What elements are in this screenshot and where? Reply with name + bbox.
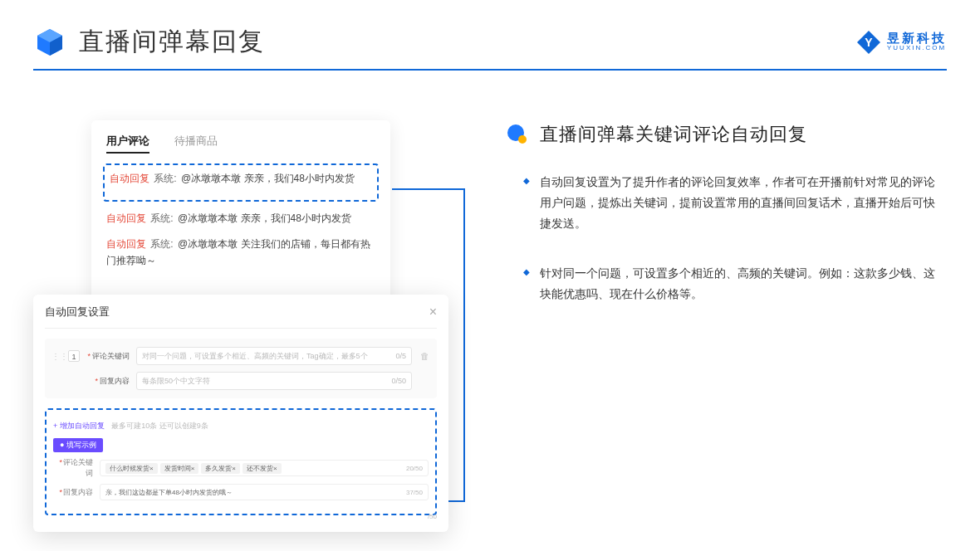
example-content-text: 亲，我们这边都是下单48小时内发货的哦～ <box>105 488 233 497</box>
bottom-counter: /50 <box>428 513 437 520</box>
tag: 什么时候发货× <box>105 463 158 474</box>
form-row-content: *回复内容 每条限50个中文字符 0/50 <box>51 372 430 390</box>
example-badge: ● 填写示例 <box>53 438 103 452</box>
page-title: 直播间弹幕回复 <box>79 25 265 59</box>
comment-text: @冰墩墩本墩 亲亲，我们48小时内发货 <box>181 173 355 184</box>
modal-header: 自动回复设置 × <box>45 305 437 329</box>
tab-user-comments[interactable]: 用户评论 <box>106 134 149 154</box>
brand-url: YUUXIN.COM <box>887 45 947 52</box>
form-block: ⋮⋮ 1 *评论关键词 对同一个问题，可设置多个相近、高频的关键词，Tag确定，… <box>45 339 437 398</box>
bullet-list: 自动回复设置为了提升作者的评论回复效率，作者可在开播前针对常见的评论用户问题，提… <box>507 172 947 305</box>
delete-icon[interactable]: 🗑 <box>419 351 430 361</box>
row-number: 1 <box>68 350 80 362</box>
modal-title: 自动回复设置 <box>45 305 110 319</box>
comment-line: 自动回复 系统: @冰墩墩本墩 亲亲，我们48小时内发货 <box>110 170 372 187</box>
tag-counter: 37/50 <box>406 489 423 496</box>
label-content: *回复内容 <box>86 376 130 387</box>
comment-tabs: 用户评论 待播商品 <box>106 134 375 154</box>
system-tag: 系统: <box>150 238 173 250</box>
section-title: 直播间弹幕关键词评论自动回复 <box>540 122 807 147</box>
add-hint: 最多可建10条 还可以创建9条 <box>111 422 208 430</box>
bullet-item: 针对同一个问题，可设置多个相近的、高频的关键词。例如：这款多少钱、这块能优惠吗、… <box>540 263 947 305</box>
svg-text:Y: Y <box>865 36 873 49</box>
bullet-item: 自动回复设置为了提升作者的评论回复效率，作者可在开播前针对常见的评论用户问题，提… <box>540 172 947 235</box>
keyword-input[interactable]: 对同一个问题，可设置多个相近、高频的关键词，Tag确定，最多5个 0/5 <box>136 347 412 365</box>
ex-label-content: *回复内容 <box>53 487 93 498</box>
example-content-box: 亲，我们这边都是下单48小时内发货的哦～ 37/50 <box>100 484 429 500</box>
tab-pending-products[interactable]: 待播商品 <box>174 134 218 154</box>
comment-line: 自动回复 系统: @冰墩墩本墩 关注我们的店铺，每日都有热门推荐呦～ <box>106 236 375 270</box>
tag: 多久发货× <box>201 463 240 474</box>
svg-point-6 <box>518 135 527 144</box>
description-section: 直播间弹幕关键词评论自动回复 自动回复设置为了提升作者的评论回复效率，作者可在开… <box>507 112 947 353</box>
example-row-keyword: *评论关键词 什么时候发货× 发货时间× 多久发货× 还不发货× 20/50 <box>53 457 429 479</box>
brand-logo-icon: Y <box>855 29 882 56</box>
auto-reply-tag: 自动回复 <box>110 173 149 184</box>
page-header: 直播间弹幕回复 Y 昱新科技 YUUXIN.COM <box>0 0 980 59</box>
example-keyword-tags: 什么时候发货× 发货时间× 多久发货× 还不发货× 20/50 <box>100 460 429 476</box>
system-tag: 系统: <box>154 173 176 184</box>
auto-reply-tag: 自动回复 <box>106 238 146 250</box>
brand-name: 昱新科技 <box>887 32 947 46</box>
section-head: 直播间弹幕关键词评论自动回复 <box>507 122 947 147</box>
brand-logo: Y 昱新科技 YUUXIN.COM <box>855 29 947 56</box>
highlight-box-bottom: + 增加自动回复 最多可建10条 还可以创建9条 ● 填写示例 *评论关键词 什… <box>45 408 437 515</box>
comment-line: 自动回复 系统: @冰墩墩本墩 亲亲，我们48小时内发货 <box>106 210 375 227</box>
tag: 发货时间× <box>160 463 199 474</box>
form-row-keyword: ⋮⋮ 1 *评论关键词 对同一个问题，可设置多个相近、高频的关键词，Tag确定，… <box>51 347 430 365</box>
content-input[interactable]: 每条限50个中文字符 0/50 <box>136 372 412 390</box>
screenshot-area: 用户评论 待播商品 自动回复 系统: @冰墩墩本墩 亲亲，我们48小时内发货 自… <box>33 112 448 353</box>
comment-text: @冰墩墩本墩 亲亲，我们48小时内发货 <box>178 212 351 224</box>
example-row-content: *回复内容 亲，我们这边都是下单48小时内发货的哦～ 37/50 <box>53 484 429 500</box>
highlight-box-top: 自动回复 系统: @冰墩墩本墩 亲亲，我们48小时内发货 <box>103 163 379 202</box>
auto-reply-tag: 自动回复 <box>106 212 146 224</box>
ex-label-keyword: *评论关键词 <box>53 457 93 479</box>
chat-bubble-icon <box>507 124 528 145</box>
auto-reply-settings-modal: 自动回复设置 × ⋮⋮ 1 *评论关键词 对同一个问题，可设置多个相近、高频的关… <box>33 295 448 532</box>
add-auto-reply-button[interactable]: + 增加自动回复 <box>53 422 105 430</box>
tag: 还不发货× <box>243 463 282 474</box>
tag-counter: 20/50 <box>406 465 423 472</box>
close-icon[interactable]: × <box>429 305 437 319</box>
label-keyword: *评论关键词 <box>86 351 130 362</box>
system-tag: 系统: <box>150 212 173 224</box>
drag-icon[interactable]: ⋮⋮ <box>51 352 61 361</box>
cube-icon <box>33 26 66 59</box>
